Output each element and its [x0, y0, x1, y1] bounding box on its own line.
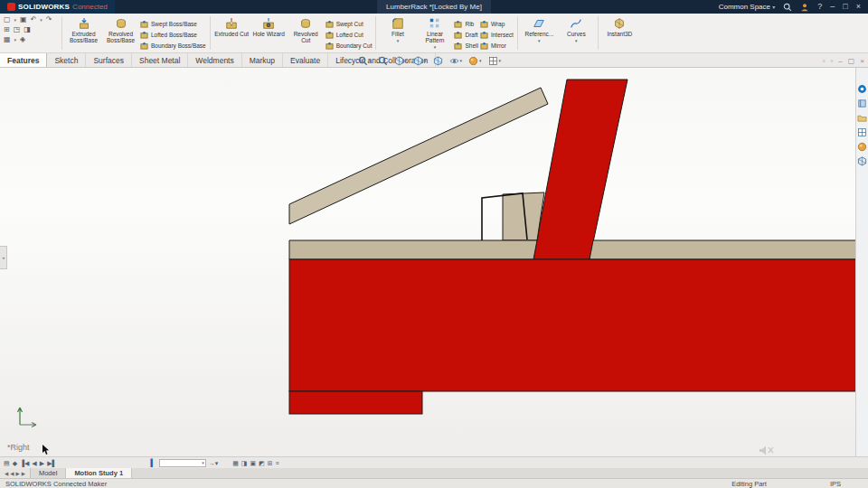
hole-wizard-button[interactable]: Hole Wizard	[251, 15, 287, 37]
zoom-area-button[interactable]: ▾	[358, 56, 372, 66]
edit-appearance-button[interactable]: ▾	[468, 56, 482, 66]
model-canvas[interactable]	[0, 68, 855, 456]
key-properties-icon[interactable]: ◆	[13, 459, 17, 467]
view-settings-button[interactable]: ▾	[488, 56, 502, 66]
intersect-button[interactable]: Intersect	[480, 30, 514, 40]
tab-surfaces[interactable]: Surfaces	[86, 53, 132, 67]
help-button[interactable]: ?	[817, 3, 822, 11]
doc-minimize-button[interactable]: –	[838, 57, 842, 65]
swept-cut-button[interactable]: Swept Cut	[326, 19, 373, 29]
selection-filter-icon[interactable]: ▦	[4, 35, 11, 43]
view-orientation-button[interactable]: ▾	[413, 56, 427, 66]
search-icon[interactable]	[783, 3, 792, 12]
file-explorer-icon[interactable]	[857, 113, 867, 123]
model-face-deck-left[interactable]	[289, 240, 537, 259]
timebar-marker[interactable]: ▍	[150, 459, 156, 467]
appearances-scenes-icon[interactable]	[857, 142, 867, 152]
scroll-prev-icon[interactable]: ◀	[10, 471, 14, 476]
play-from-start-button[interactable]: ▐◀	[20, 459, 29, 467]
play-button[interactable]: ▶	[40, 459, 44, 467]
contact-icon[interactable]: ⊞	[268, 459, 273, 467]
heads-up-view-toolbar: ▾ ▾ ▾ ▾ ▾ ▾	[358, 54, 501, 67]
reference-geometry-button[interactable]: Referenc... ▾	[522, 15, 557, 44]
pane-icon[interactable]: ▫	[823, 57, 826, 65]
pane-icon[interactable]: ▫	[830, 57, 833, 65]
playback-speed-icon[interactable]: →▾	[209, 459, 219, 467]
tab-model[interactable]: Model	[31, 468, 66, 478]
tab-scroll-controls[interactable]: ◀ ◀ ▶ ▶	[0, 468, 31, 478]
animation-wizard-icon[interactable]: ◨	[241, 459, 248, 467]
tab-sketch[interactable]: Sketch	[47, 53, 86, 67]
graphics-viewport[interactable]: *Right ◂	[0, 68, 855, 456]
options-icon[interactable]: ◨	[24, 25, 31, 33]
zoom-fit-button[interactable]	[378, 56, 388, 66]
model-face-base[interactable]	[289, 259, 855, 391]
wrap-button[interactable]: Wrap	[480, 19, 514, 29]
custom-properties-icon[interactable]	[857, 156, 867, 166]
scroll-first-icon[interactable]: ◀	[5, 471, 8, 476]
hide-show-items-button[interactable]: ▾	[449, 56, 463, 66]
status-units[interactable]: IPS	[830, 480, 841, 488]
display-style-button[interactable]	[433, 56, 443, 66]
lofted-cut-button[interactable]: Lofted Cut	[326, 30, 373, 40]
redo-icon[interactable]: ↷	[46, 15, 52, 23]
model-face-post[interactable]	[533, 80, 627, 259]
tab-evaluate[interactable]: Evaluate	[283, 53, 328, 67]
rebuild-icon[interactable]: ◳	[14, 25, 21, 33]
shell-button[interactable]: Shell	[454, 41, 477, 51]
model-face-base-lip[interactable]	[289, 391, 422, 414]
doc-close-button[interactable]: ×	[860, 57, 864, 65]
fillet-button[interactable]: Fillet ▾	[380, 15, 415, 44]
display-settings-icon[interactable]: ◈	[20, 35, 25, 43]
scroll-next-icon[interactable]: ▶	[15, 471, 19, 476]
boundary-boss-icon	[140, 42, 148, 50]
tab-markup[interactable]: Markup	[242, 53, 283, 67]
3dexperience-home-icon[interactable]	[857, 84, 867, 94]
tab-sheet-metal[interactable]: Sheet Metal	[132, 53, 188, 67]
swept-boss-button[interactable]: Swept Boss/Base	[140, 19, 206, 29]
revolved-cut-button[interactable]: Revolved Cut	[288, 15, 324, 43]
wrap-icon	[480, 20, 488, 28]
motor-icon[interactable]: ▣	[250, 459, 256, 467]
draft-button[interactable]: Draft	[454, 30, 477, 40]
boundary-boss-button[interactable]: Boundary Boss/Base	[140, 41, 206, 51]
tab-weldments[interactable]: Weldments	[188, 53, 241, 67]
collaborative-space-selector[interactable]: Common Space ▾	[719, 3, 776, 11]
playback-mode-select[interactable]: ▾	[159, 459, 206, 467]
ribbon-separator	[517, 16, 518, 50]
boundary-cut-button[interactable]: Boundary Cut	[326, 41, 373, 51]
rib-button[interactable]: Rib	[454, 19, 477, 29]
design-library-icon[interactable]	[857, 99, 867, 108]
extruded-boss-button[interactable]: Extruded Boss/Base	[66, 15, 101, 43]
scroll-last-icon[interactable]: ▶	[22, 471, 25, 476]
filmstrip-icon[interactable]: ▤	[4, 459, 10, 467]
tab-features[interactable]: Features	[0, 53, 47, 67]
print-icon[interactable]: ⊞	[4, 25, 10, 33]
save-animation-icon[interactable]: ▦	[232, 459, 239, 467]
curves-button[interactable]: Curves ▾	[559, 15, 594, 44]
revolved-boss-button[interactable]: Revolved Boss/Base	[103, 15, 138, 43]
instant3d-button[interactable]: Instant3D	[602, 15, 637, 37]
mirror-button[interactable]: Mirror	[480, 41, 514, 51]
lofted-boss-button[interactable]: Lofted Boss/Base	[140, 30, 206, 40]
revolved-cut-icon	[299, 17, 312, 30]
minimize-button[interactable]: –	[830, 3, 835, 11]
view-palette-icon[interactable]	[857, 127, 867, 137]
doc-restore-button[interactable]: ▢	[848, 57, 855, 65]
featuremanager-collapse-tab[interactable]: ◂	[0, 246, 7, 269]
model-face-deck-right[interactable]	[590, 240, 855, 259]
linear-pattern-button[interactable]: Linear Pattern ▾	[417, 15, 452, 51]
maximize-button[interactable]: □	[843, 3, 847, 11]
section-view-button[interactable]: ▾	[394, 56, 408, 66]
spring-icon[interactable]: ◩	[259, 459, 265, 467]
step-back-button[interactable]: ◀	[32, 459, 36, 467]
close-button[interactable]: ×	[856, 3, 861, 11]
tab-motion-study-1[interactable]: Motion Study 1	[66, 468, 132, 478]
undo-icon[interactable]: ↶	[31, 15, 37, 23]
gravity-icon[interactable]: ≡	[276, 459, 279, 467]
new-document-icon[interactable]: ▢	[4, 15, 11, 23]
user-profile-icon[interactable]	[800, 3, 809, 12]
play-to-end-button[interactable]: ▶▌	[47, 459, 56, 467]
save-icon[interactable]: ▣	[20, 15, 27, 23]
extruded-cut-button[interactable]: Extruded Cut	[214, 15, 250, 37]
